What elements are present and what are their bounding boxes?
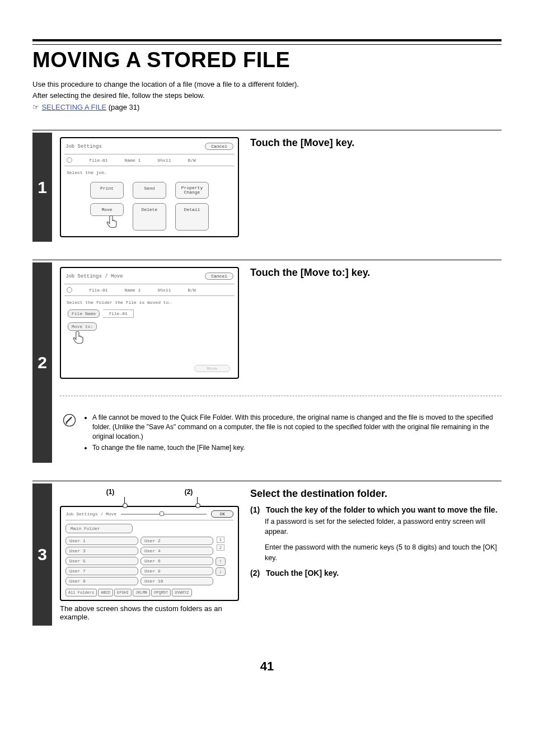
step-number-3: 3 (32, 483, 52, 626)
callout-2: (2) (185, 488, 193, 496)
size-text: 8½x11 (157, 288, 171, 293)
pointer-icon: ☞ (32, 103, 39, 111)
sub2-num: (2) (250, 569, 263, 577)
sub1-body-1: If a password is set for the selected fo… (265, 516, 502, 537)
crossref-link[interactable]: SELECTING A FILE (41, 103, 106, 111)
callout-1: (1) (106, 488, 115, 496)
owner-text: Name 1 (125, 158, 141, 163)
main-folder-key[interactable]: Main Folder (65, 524, 133, 533)
double-rule (32, 39, 502, 45)
step1-heading: Touch the [Move] key. (250, 137, 502, 149)
dashed-separator (60, 396, 502, 396)
ok-button[interactable]: OK (211, 510, 233, 518)
crossref-page: (page 31) (106, 103, 139, 111)
callout-line-1 (124, 497, 125, 504)
scroll-up-button[interactable]: ↑ (216, 557, 226, 566)
folder-key[interactable]: User 8 (140, 567, 213, 575)
send-button[interactable]: Send (133, 182, 166, 199)
note-bullet-1: A file cannot be moved to the Quick File… (92, 413, 496, 441)
print-button[interactable]: Print (90, 182, 124, 199)
property-change-button[interactable]: Property Change (175, 182, 209, 199)
intro-line-1: Use this procedure to change the locatio… (32, 79, 502, 90)
scroll-down-button[interactable]: ↓ (216, 567, 226, 576)
folder-key[interactable]: User 7 (65, 567, 138, 575)
tab-all-folders[interactable]: All Folders (65, 589, 97, 597)
folder-key[interactable]: User 3 (65, 547, 138, 555)
sub1-num: (1) (250, 505, 263, 514)
detail-button[interactable]: Detail (175, 203, 209, 231)
pencil-note-icon (62, 413, 77, 428)
select-folder-label: Select the folder the file is moved to. (64, 298, 235, 307)
delete-button[interactable]: Delete (133, 203, 166, 231)
move-button-disabled: Move (194, 365, 230, 372)
folder-key[interactable]: User 6 (140, 557, 213, 565)
crossref-row: ☞ SELECTING A FILE (page 31) (32, 102, 502, 112)
page-indicator-2: 2 (217, 544, 225, 551)
step3-screen: Job Settings / Move OK Main Folder User … (60, 506, 239, 601)
tab-efghi[interactable]: EFGHI (114, 589, 132, 597)
folder-key[interactable]: User 10 (140, 577, 213, 585)
note-bullet-2: To change the file name, touch the [File… (92, 443, 496, 453)
tab-jklmn[interactable]: JKLMN (133, 589, 150, 597)
slider[interactable] (121, 512, 207, 516)
sub2-title: Touch the [OK] key. (266, 569, 339, 577)
step-rule (32, 130, 502, 130)
step-rule (32, 481, 502, 481)
cancel-button[interactable]: Cancel (205, 143, 233, 150)
page-number: 41 (32, 659, 502, 674)
folder-key[interactable]: User 4 (140, 547, 213, 555)
file-name-text: file-01 (89, 288, 108, 293)
screen2-title: Job Settings / Move (65, 274, 123, 279)
select-job-label: Select the job. (64, 168, 235, 177)
cancel-button[interactable]: Cancel (205, 273, 233, 280)
touch-hand-icon (105, 214, 120, 231)
screen1-title: Job Settings (65, 144, 102, 149)
step1-screen: Job Settings Cancel file-01 Name 1 8½x11… (60, 137, 239, 237)
file-name-key[interactable]: File Name (68, 309, 100, 318)
page-indicator-1: 1 (217, 537, 225, 543)
color-text: B/W (188, 288, 195, 293)
screen3-title: Job Settings / Move (65, 511, 116, 516)
size-text: 8½x11 (157, 158, 171, 163)
callout-line-2 (197, 497, 198, 504)
folder-key[interactable]: User 5 (65, 557, 138, 565)
page-title: MOVING A STORED FILE (32, 48, 502, 72)
tab-uvwxyz[interactable]: UVWXYZ (172, 589, 191, 597)
folder-key[interactable]: User 2 (140, 537, 213, 545)
note-block: A file cannot be moved to the Quick File… (60, 413, 502, 458)
tab-abcd[interactable]: ABCD (98, 589, 113, 597)
touch-hand-icon (71, 330, 87, 346)
step2-heading: Touch the [Move to:] key. (250, 267, 502, 279)
sub1-title: Touch the key of the folder to which you… (266, 505, 498, 514)
step-number-2: 2 (32, 262, 52, 463)
color-text: B/W (188, 158, 195, 163)
file-name-value: file-01 (103, 309, 134, 318)
step2-screen: Job Settings / Move Cancel file-01 Name … (60, 267, 239, 379)
owner-text: Name 1 (125, 288, 141, 293)
sub1-body-2: Enter the password with the numeric keys… (265, 542, 502, 562)
step3-heading: Select the destination folder. (250, 488, 502, 500)
tab-opqrst[interactable]: OPQRST (151, 589, 171, 597)
intro-line-2: After selecting the desired file, follow… (32, 90, 502, 101)
file-icon (67, 157, 72, 163)
folder-key[interactable]: User 1 (65, 537, 138, 545)
step-rule (32, 260, 502, 260)
file-icon (67, 287, 72, 293)
step3-caption: The above screen shows the custom folder… (60, 604, 239, 621)
file-name-text: file-01 (89, 158, 108, 163)
step-number-1: 1 (32, 133, 52, 242)
folder-key[interactable]: User 9 (65, 577, 138, 585)
